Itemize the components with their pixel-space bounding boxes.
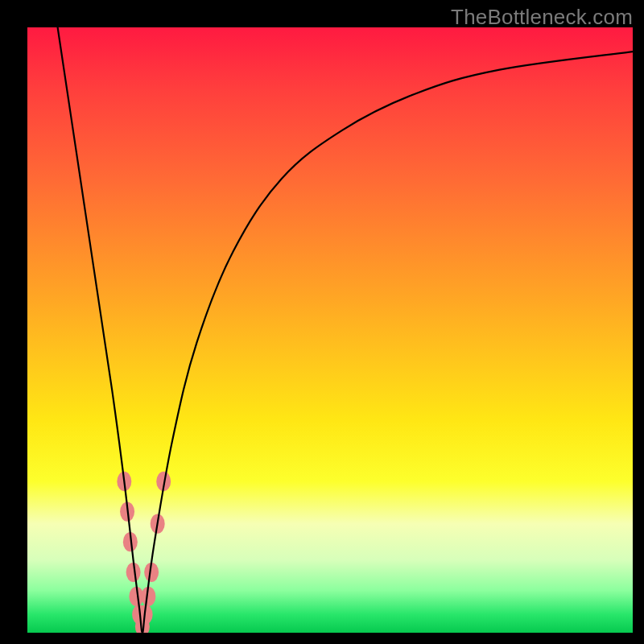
chart-frame: TheBottleneck.com [0,0,644,644]
chart-svg [27,27,633,633]
plot-area [27,27,633,633]
watermark-text: TheBottleneck.com [451,5,633,30]
bottleneck-curve [58,27,633,633]
